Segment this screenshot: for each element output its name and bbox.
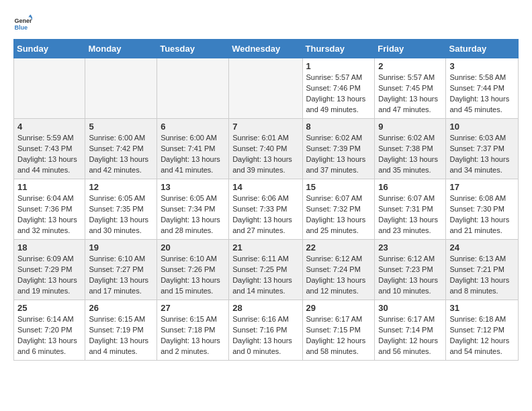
calendar-cell: 16Sunrise: 6:07 AMSunset: 7:31 PMDayligh… xyxy=(375,179,446,240)
day-number: 1 xyxy=(306,61,371,71)
calendar-cell: 30Sunrise: 6:17 AMSunset: 7:14 PMDayligh… xyxy=(375,300,446,361)
col-header-thursday: Thursday xyxy=(302,40,375,58)
col-header-friday: Friday xyxy=(375,40,446,58)
calendar-cell: 8Sunrise: 6:02 AMSunset: 7:39 PMDaylight… xyxy=(302,119,375,179)
calendar-cell: 22Sunrise: 6:12 AMSunset: 7:24 PMDayligh… xyxy=(302,240,375,300)
day-number: 16 xyxy=(378,182,442,192)
cell-content: Sunrise: 6:18 AMSunset: 7:12 PMDaylight:… xyxy=(449,314,515,357)
cell-content: Sunrise: 6:11 AMSunset: 7:25 PMDaylight:… xyxy=(232,254,298,297)
day-number: 7 xyxy=(232,122,298,132)
day-number: 27 xyxy=(161,303,225,313)
col-header-saturday: Saturday xyxy=(446,40,519,58)
logo-icon: General Blue xyxy=(13,13,32,32)
cell-content: Sunrise: 6:15 AMSunset: 7:19 PMDaylight:… xyxy=(89,314,153,357)
day-number: 29 xyxy=(306,303,371,313)
day-number: 24 xyxy=(449,242,515,253)
calendar-cell: 17Sunrise: 6:08 AMSunset: 7:30 PMDayligh… xyxy=(446,179,519,240)
cell-content: Sunrise: 5:57 AMSunset: 7:45 PMDaylight:… xyxy=(378,73,442,116)
calendar-cell: 1Sunrise: 5:57 AMSunset: 7:46 PMDaylight… xyxy=(302,58,375,119)
day-number: 10 xyxy=(449,122,515,132)
calendar-cell xyxy=(157,58,229,119)
day-number: 19 xyxy=(89,242,153,253)
calendar-week-row: 18Sunrise: 6:09 AMSunset: 7:29 PMDayligh… xyxy=(14,240,519,300)
svg-text:Blue: Blue xyxy=(14,24,28,31)
col-header-tuesday: Tuesday xyxy=(157,40,229,58)
cell-content: Sunrise: 6:01 AMSunset: 7:40 PMDaylight:… xyxy=(232,133,298,176)
day-number: 14 xyxy=(232,182,298,192)
day-number: 21 xyxy=(232,242,298,253)
col-header-sunday: Sunday xyxy=(14,40,85,58)
cell-content: Sunrise: 6:13 AMSunset: 7:21 PMDaylight:… xyxy=(449,254,515,297)
day-number: 22 xyxy=(306,242,371,253)
calendar-cell: 25Sunrise: 6:14 AMSunset: 7:20 PMDayligh… xyxy=(14,300,85,361)
day-number: 18 xyxy=(17,242,81,253)
cell-content: Sunrise: 6:09 AMSunset: 7:29 PMDaylight:… xyxy=(17,254,81,297)
calendar-cell: 21Sunrise: 6:11 AMSunset: 7:25 PMDayligh… xyxy=(229,240,302,300)
cell-content: Sunrise: 6:12 AMSunset: 7:24 PMDaylight:… xyxy=(306,254,371,297)
calendar-cell: 24Sunrise: 6:13 AMSunset: 7:21 PMDayligh… xyxy=(446,240,519,300)
day-number: 9 xyxy=(378,122,442,132)
cell-content: Sunrise: 6:06 AMSunset: 7:33 PMDaylight:… xyxy=(232,193,298,236)
cell-content: Sunrise: 5:58 AMSunset: 7:44 PMDaylight:… xyxy=(449,73,515,116)
svg-marker-2 xyxy=(28,14,32,17)
cell-content: Sunrise: 6:17 AMSunset: 7:15 PMDaylight:… xyxy=(306,314,371,357)
day-number: 31 xyxy=(449,303,515,313)
svg-text:General: General xyxy=(14,17,32,24)
day-number: 5 xyxy=(89,122,153,132)
calendar-cell: 18Sunrise: 6:09 AMSunset: 7:29 PMDayligh… xyxy=(14,240,85,300)
calendar-week-row: 1Sunrise: 5:57 AMSunset: 7:46 PMDaylight… xyxy=(14,58,519,119)
cell-content: Sunrise: 6:04 AMSunset: 7:36 PMDaylight:… xyxy=(17,193,81,236)
col-header-wednesday: Wednesday xyxy=(229,40,302,58)
cell-content: Sunrise: 6:02 AMSunset: 7:38 PMDaylight:… xyxy=(378,133,442,176)
cell-content: Sunrise: 6:07 AMSunset: 7:32 PMDaylight:… xyxy=(306,193,371,236)
cell-content: Sunrise: 6:00 AMSunset: 7:41 PMDaylight:… xyxy=(161,133,225,176)
calendar-week-row: 25Sunrise: 6:14 AMSunset: 7:20 PMDayligh… xyxy=(14,300,519,361)
calendar-cell xyxy=(229,58,302,119)
day-number: 30 xyxy=(378,303,442,313)
calendar-cell: 4Sunrise: 5:59 AMSunset: 7:43 PMDaylight… xyxy=(14,119,85,179)
cell-content: Sunrise: 5:57 AMSunset: 7:46 PMDaylight:… xyxy=(306,73,371,116)
day-number: 4 xyxy=(17,122,81,132)
calendar-table: SundayMondayTuesdayWednesdayThursdayFrid… xyxy=(13,39,519,361)
calendar-cell: 6Sunrise: 6:00 AMSunset: 7:41 PMDaylight… xyxy=(157,119,229,179)
cell-content: Sunrise: 6:15 AMSunset: 7:18 PMDaylight:… xyxy=(161,314,225,357)
calendar-cell: 10Sunrise: 6:03 AMSunset: 7:37 PMDayligh… xyxy=(446,119,519,179)
calendar-cell: 5Sunrise: 6:00 AMSunset: 7:42 PMDaylight… xyxy=(85,119,157,179)
calendar-cell xyxy=(14,58,85,119)
day-number: 23 xyxy=(378,242,442,253)
cell-content: Sunrise: 6:05 AMSunset: 7:34 PMDaylight:… xyxy=(161,193,225,236)
cell-content: Sunrise: 6:05 AMSunset: 7:35 PMDaylight:… xyxy=(89,193,153,236)
cell-content: Sunrise: 6:17 AMSunset: 7:14 PMDaylight:… xyxy=(378,314,442,357)
calendar-cell: 15Sunrise: 6:07 AMSunset: 7:32 PMDayligh… xyxy=(302,179,375,240)
calendar-cell: 19Sunrise: 6:10 AMSunset: 7:27 PMDayligh… xyxy=(85,240,157,300)
cell-content: Sunrise: 6:03 AMSunset: 7:37 PMDaylight:… xyxy=(449,133,515,176)
day-number: 17 xyxy=(449,182,515,192)
cell-content: Sunrise: 6:08 AMSunset: 7:30 PMDaylight:… xyxy=(449,193,515,236)
calendar-cell: 31Sunrise: 6:18 AMSunset: 7:12 PMDayligh… xyxy=(446,300,519,361)
day-number: 11 xyxy=(17,182,81,192)
cell-content: Sunrise: 6:02 AMSunset: 7:39 PMDaylight:… xyxy=(306,133,371,176)
day-number: 28 xyxy=(232,303,298,313)
day-number: 20 xyxy=(161,242,225,253)
calendar-week-row: 4Sunrise: 5:59 AMSunset: 7:43 PMDaylight… xyxy=(14,119,519,179)
calendar-cell: 29Sunrise: 6:17 AMSunset: 7:15 PMDayligh… xyxy=(302,300,375,361)
day-number: 13 xyxy=(161,182,225,192)
calendar-cell: 7Sunrise: 6:01 AMSunset: 7:40 PMDaylight… xyxy=(229,119,302,179)
day-number: 3 xyxy=(449,61,515,71)
day-number: 12 xyxy=(89,182,153,192)
col-header-monday: Monday xyxy=(85,40,157,58)
page-header: General Blue xyxy=(13,13,519,32)
calendar-cell: 13Sunrise: 6:05 AMSunset: 7:34 PMDayligh… xyxy=(157,179,229,240)
day-number: 6 xyxy=(161,122,225,132)
cell-content: Sunrise: 5:59 AMSunset: 7:43 PMDaylight:… xyxy=(17,133,81,176)
calendar-cell: 27Sunrise: 6:15 AMSunset: 7:18 PMDayligh… xyxy=(157,300,229,361)
cell-content: Sunrise: 6:07 AMSunset: 7:31 PMDaylight:… xyxy=(378,193,442,236)
calendar-cell: 23Sunrise: 6:12 AMSunset: 7:23 PMDayligh… xyxy=(375,240,446,300)
calendar-cell: 26Sunrise: 6:15 AMSunset: 7:19 PMDayligh… xyxy=(85,300,157,361)
cell-content: Sunrise: 6:16 AMSunset: 7:16 PMDaylight:… xyxy=(232,314,298,357)
calendar-cell: 14Sunrise: 6:06 AMSunset: 7:33 PMDayligh… xyxy=(229,179,302,240)
day-number: 15 xyxy=(306,182,371,192)
cell-content: Sunrise: 6:14 AMSunset: 7:20 PMDaylight:… xyxy=(17,314,81,357)
day-number: 2 xyxy=(378,61,442,71)
calendar-cell: 11Sunrise: 6:04 AMSunset: 7:36 PMDayligh… xyxy=(14,179,85,240)
